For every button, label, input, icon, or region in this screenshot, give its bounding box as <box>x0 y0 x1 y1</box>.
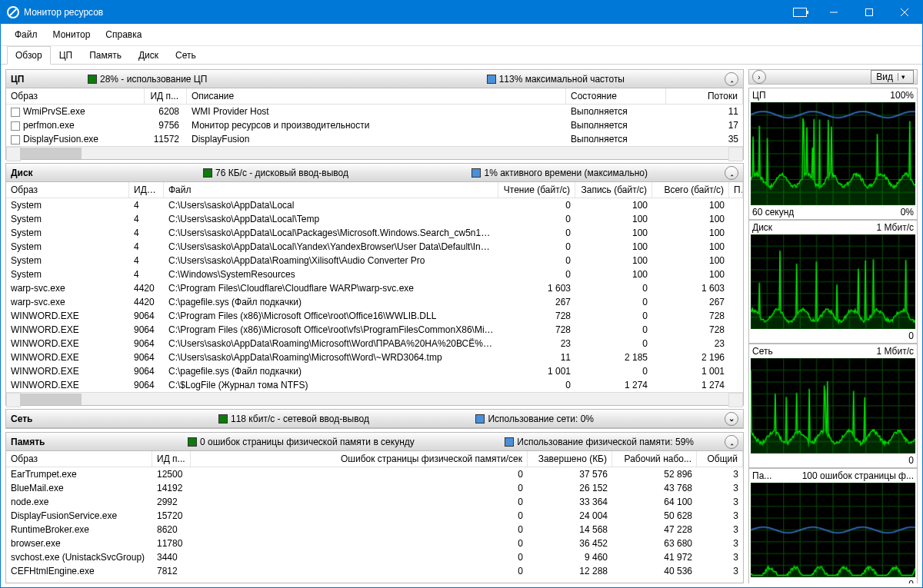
table-row[interactable]: DisplayFusionService.exe15720 024 004 50… <box>6 509 743 523</box>
square-blue-icon <box>487 75 496 84</box>
tab-cpu[interactable]: ЦП <box>51 46 82 65</box>
titlebar: Монитор ресурсов <box>1 1 922 24</box>
tab-overview[interactable]: Обзор <box>7 46 51 65</box>
dropdown-icon: ▾ <box>898 73 908 81</box>
table-row[interactable]: RuntimeBroker.exe8620 014 568 47 2283 <box>6 523 743 537</box>
network-title: Сеть <box>11 414 88 424</box>
checkbox[interactable] <box>11 108 20 117</box>
app-icon <box>7 6 19 18</box>
cpu-header[interactable]: ЦП 28% - использование ЦП 113% максималь… <box>6 70 743 88</box>
menu-monitor[interactable]: Монитор <box>45 27 98 42</box>
chart-canvas <box>751 483 915 577</box>
menu-file[interactable]: Файл <box>7 27 45 42</box>
chart-2: Сеть1 Мбит/с 0 <box>748 344 918 467</box>
tab-disk[interactable]: Диск <box>130 46 167 65</box>
square-green-icon <box>203 168 212 178</box>
view-button[interactable]: Вид▾ <box>871 70 914 84</box>
chart-canvas <box>751 234 915 329</box>
memory-header[interactable]: Память 0 ошибок страницы физической памя… <box>6 433 743 451</box>
table-row[interactable]: node.exe2992 033 364 64 1003 <box>6 495 743 509</box>
table-row[interactable]: svchost.exe (UnistackSvcGroup)3440 09 46… <box>6 550 743 564</box>
chart-3: Па...100 ошибок страницы ф... 0 <box>748 468 918 583</box>
table-row[interactable]: WmiPrvSE.exe 6208WMI Provider Host Выпол… <box>6 105 743 118</box>
square-blue-icon <box>475 414 485 424</box>
memory-title: Память <box>11 437 88 447</box>
charts-header: › Вид▾ <box>748 69 918 85</box>
menu-help[interactable]: Справка <box>98 27 149 42</box>
window-title: Монитор ресурсов <box>24 7 793 18</box>
disk-panel: Диск 76 КБ/с - дисковый ввод-вывод 1% ак… <box>5 163 744 406</box>
checkbox[interactable] <box>11 135 20 145</box>
table-row[interactable]: EarTrumpet.exe12500 037 576 52 8963 <box>6 467 743 481</box>
table-row[interactable]: WINWORD.EXE9064 C:\Users\sasko\AppData\R… <box>6 350 743 364</box>
table-row[interactable]: System4 C:\Users\sasko\AppData\Local\Pac… <box>6 226 743 240</box>
table-row[interactable]: System4 C:\Users\sasko\AppData\Local\Yan… <box>6 240 743 254</box>
square-green-icon <box>88 75 97 84</box>
disk-table-body[interactable]: System4 C:\Users\sasko\AppData\Local0 10… <box>6 198 743 392</box>
chevron-right-icon[interactable]: › <box>752 70 766 84</box>
chevron-down-icon[interactable]: ⌄ <box>725 412 738 426</box>
tab-network[interactable]: Сеть <box>167 46 205 65</box>
battery-icon <box>793 8 807 17</box>
disk-header[interactable]: Диск 76 КБ/с - дисковый ввод-вывод 1% ак… <box>6 164 743 182</box>
scrollbar[interactable] <box>6 392 743 405</box>
chevron-up-icon[interactable]: ꞈ <box>725 166 738 180</box>
table-row[interactable]: System4 C:\Users\sasko\AppData\Roaming\X… <box>6 254 743 267</box>
table-row[interactable]: System4 C:\Windows\SystemResources0 1001… <box>6 267 743 281</box>
cpu-table-body[interactable]: WmiPrvSE.exe 6208WMI Provider Host Выпол… <box>6 105 743 146</box>
disk-title: Диск <box>11 168 88 178</box>
square-green-icon <box>188 437 197 447</box>
tab-memory[interactable]: Память <box>81 46 130 65</box>
cpu-columns[interactable]: Образ ИД п... Описание Состояние Потоки <box>6 88 743 105</box>
memory-panel: Память 0 ошибок страницы физической памя… <box>5 432 744 583</box>
table-row[interactable]: warp-svc.exe4420 C:\Program Files\Cloudf… <box>6 281 743 295</box>
table-row[interactable]: WINWORD.EXE9064 C:\pagefile.sys (Файл по… <box>6 364 743 378</box>
table-row[interactable]: WINWORD.EXE9064 C:\Users\sasko\AppData\R… <box>6 337 743 350</box>
memory-columns[interactable]: Образ ИД п... Ошибок страницы физической… <box>6 451 743 467</box>
svg-rect-1 <box>866 9 873 16</box>
table-row[interactable]: System4 C:\Users\sasko\AppData\Local\Tem… <box>6 212 743 226</box>
square-blue-icon <box>505 437 514 447</box>
table-row[interactable]: perfmon.exe 9756Монитор ресурсов и произ… <box>6 118 743 132</box>
table-row[interactable]: warp-svc.exe4420 C:\pagefile.sys (Файл п… <box>6 295 743 309</box>
minimize-button[interactable] <box>816 1 851 24</box>
network-panel: Сеть 118 кбит/с - сетевой ввод-вывод Исп… <box>5 409 744 429</box>
menubar: Файл Монитор Справка <box>1 24 922 46</box>
chart-1: Диск1 Мбит/с 0 <box>748 220 918 344</box>
disk-columns[interactable]: Образ ИД п... Файл Чтение (байт/с) Запис… <box>6 182 743 198</box>
cpu-panel: ЦП 28% - использование ЦП 113% максималь… <box>5 69 744 160</box>
chart-canvas <box>751 358 915 453</box>
chevron-up-icon[interactable]: ꞈ <box>725 435 738 449</box>
table-row[interactable]: DisplayFusion.exe 11572DisplayFusion Вып… <box>6 132 743 146</box>
table-row[interactable]: WINWORD.EXE9064 C:\Program Files (x86)\M… <box>6 309 743 323</box>
square-green-icon <box>218 414 228 424</box>
tabbar: Обзор ЦП Память Диск Сеть <box>1 46 922 65</box>
close-button[interactable] <box>887 1 922 24</box>
memory-table-body[interactable]: EarTrumpet.exe12500 037 576 52 8963 Blue… <box>6 467 743 578</box>
square-blue-icon <box>471 168 481 178</box>
charts-sidebar: › Вид▾ ЦП100% 60 секунд0% Диск1 Мбит/с 0… <box>748 69 918 583</box>
table-row[interactable]: WINWORD.EXE9064 C:\$LogFile (Журнал тома… <box>6 378 743 392</box>
chart-0: ЦП100% 60 секунд0% <box>748 88 918 220</box>
network-header[interactable]: Сеть 118 кбит/с - сетевой ввод-вывод Исп… <box>6 410 743 428</box>
checkbox[interactable] <box>11 121 20 131</box>
table-row[interactable]: WINWORD.EXE9064 C:\Program Files (x86)\M… <box>6 323 743 337</box>
table-row[interactable]: CEFHtmlEngine.exe7812 012 288 40 5363 <box>6 564 743 578</box>
table-row[interactable]: System4 C:\Users\sasko\AppData\Local0 10… <box>6 198 743 212</box>
table-row[interactable]: browser.exe11780 036 452 63 6803 <box>6 537 743 550</box>
maximize-button[interactable] <box>851 1 887 24</box>
chart-canvas <box>751 102 915 205</box>
table-row[interactable]: BlueMail.exe14192 026 152 43 7683 <box>6 481 743 495</box>
cpu-title: ЦП <box>11 74 88 85</box>
chevron-up-icon[interactable]: ꞈ <box>725 72 738 86</box>
scrollbar[interactable] <box>6 146 743 159</box>
